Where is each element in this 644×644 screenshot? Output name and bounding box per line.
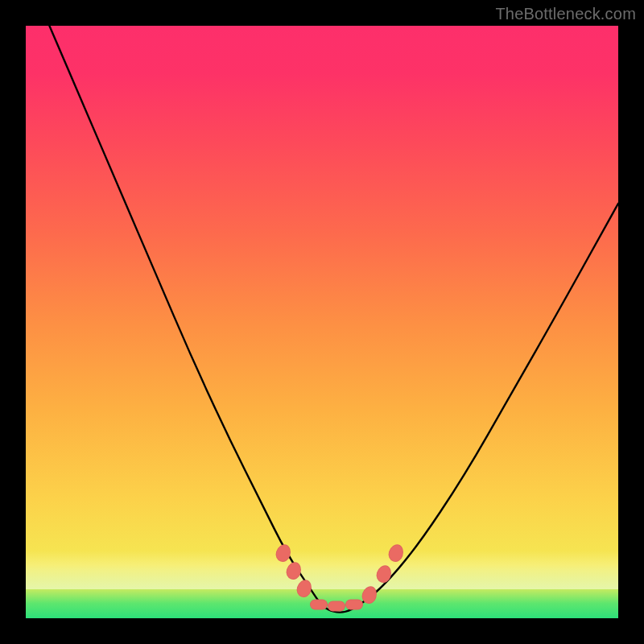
watermark-text: TheBottleneck.com xyxy=(495,5,636,23)
plot-area xyxy=(26,26,618,618)
chart-frame: TheBottleneck.com xyxy=(0,0,644,644)
background-gradient xyxy=(26,26,618,618)
